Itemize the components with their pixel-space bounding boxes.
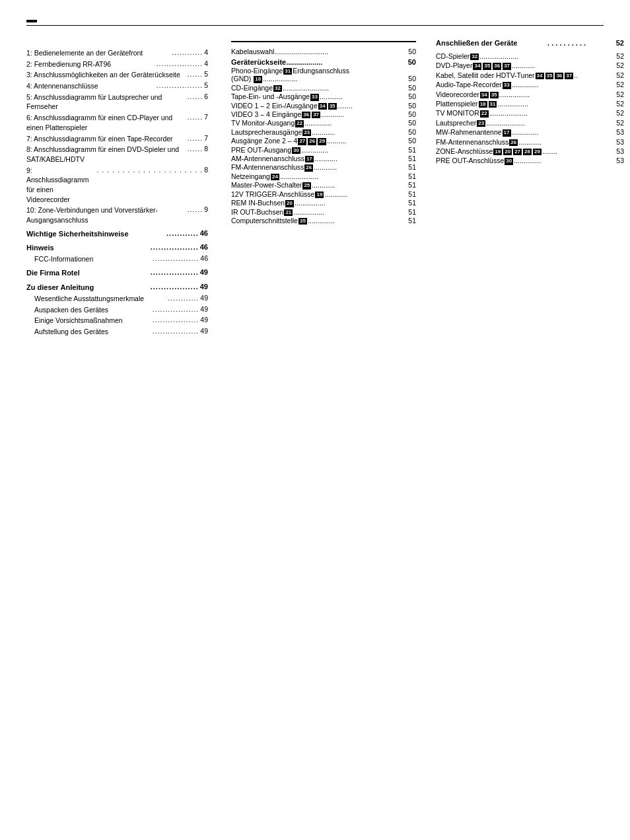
toc-page: 49 — [200, 327, 208, 335]
toc-page: 49 — [200, 305, 208, 313]
badge-32: 32 — [470, 53, 479, 60]
badge-28: 28 — [523, 149, 532, 155]
toc-page: 49 — [200, 294, 208, 302]
toc-page: 49 — [200, 283, 208, 291]
anschluss-page: 50 — [408, 119, 416, 127]
geraete-entry: TV MONITOR 22 .................... 52 — [436, 109, 624, 117]
toc-entry: Zu dieser Anleitung..................49 — [26, 283, 208, 293]
toc-entry: Aufstellung des Gerätes.................… — [26, 327, 208, 337]
toc-entry: Auspacken des Gerätes..................4… — [26, 305, 208, 315]
toc-label: 5: Anschlussdiagramm für Lautsprecher un… — [26, 92, 186, 112]
geraete-label: Audio-Tape-Recorder — [436, 81, 502, 88]
badge-21: 21 — [284, 209, 293, 216]
anschluss-page: 51 — [408, 146, 416, 154]
geraete-page: 52 — [616, 81, 624, 88]
geraete-label: TV MONITOR — [436, 109, 479, 117]
toc-dots: ............ — [168, 294, 199, 302]
badge-19: 19 — [315, 192, 324, 198]
anschluss-entry: Computerschnittstelle 35 .............. … — [231, 217, 416, 225]
anschluss-label: Netzeingang — [231, 172, 270, 180]
toc-label: 9: Anschlussdiagramm für einen Videoreco… — [26, 166, 96, 205]
anschluss-entry: IR OUT-Buchsen 21 ................ 51 — [231, 208, 416, 216]
geraete-entry: ZONE-Anschlüsse 1920272829 ........ 53 — [436, 147, 624, 155]
toc-label: Auspacken des Gerätes — [34, 305, 151, 315]
geraete-label: Plattenspieler — [436, 100, 478, 108]
badge-17: 17 — [305, 156, 314, 162]
toc-page: 5 — [204, 81, 208, 89]
badge-35: 35 — [490, 92, 499, 98]
anschluss-page: 50 — [408, 102, 416, 110]
anschluss-entry: Phono-Eingänge 31 Erdungsanschluss(GND) … — [231, 67, 416, 83]
badge-17: 17 — [503, 129, 511, 136]
toc-page: 46 — [200, 243, 208, 251]
anschluss-entry: Geräterückseite .................. 50 — [231, 58, 416, 66]
badge-29: 29 — [533, 149, 542, 155]
geraete-label: CD-Spieler — [436, 52, 470, 60]
anschluss-label: Master-Power-Schalter — [231, 181, 302, 189]
toc-dots: ...... — [188, 134, 203, 142]
anschluss-label: AM-Antennenanschluss — [231, 155, 304, 162]
geraete-page: 53 — [616, 147, 624, 155]
anschluss-label: PRE OUT-Ausgang — [231, 146, 291, 154]
toc-dots: .................. — [157, 81, 203, 89]
anschluss-label: REM IN-Buchsen — [231, 199, 285, 207]
toc-entry: 1: Bedienelemente an der Gerätefront....… — [26, 48, 208, 58]
toc-page: 46 — [200, 229, 208, 237]
anschluss-entry: PRE OUT-Ausgang 30 .............. 51 — [231, 146, 416, 154]
badge-34: 34 — [480, 92, 489, 98]
anschluss-page: 50 — [408, 84, 416, 92]
toc-dots: .................. — [153, 327, 199, 335]
badge-26: 26 — [304, 164, 313, 171]
anschluss-label: Phono-Eingänge — [231, 67, 283, 75]
badge-26: 26 — [308, 138, 316, 145]
toc-entry: 4: Antennenanschlüsse..................5 — [26, 81, 208, 91]
geraete-entry: CD-Spieler 32 .................... 52 — [436, 52, 624, 60]
toc-page: 8 — [204, 166, 208, 174]
geraete-entry: Plattenspieler 1831 ................ 52 — [436, 100, 624, 108]
anschluss-entry: Master-Power-Schalter 25 ............ 51 — [231, 181, 416, 189]
badge-34: 34 — [536, 73, 544, 79]
anschluss-entry: TV Monitor-Ausgang 22 .............. 50 — [231, 119, 416, 127]
toc-entry: 8: Anschlussdiagramm für einen DVD-Spiel… — [26, 145, 208, 164]
toc-page: 5 — [204, 70, 208, 78]
anschluss-label: Ausgänge Zone 2 – 4 — [231, 137, 297, 145]
geraete-page: 52 — [616, 61, 624, 69]
toc-page: 4 — [204, 48, 208, 56]
badge-35: 35 — [328, 103, 337, 110]
anschluss-extra: Erdungsanschluss — [293, 67, 349, 75]
toc-label: Die Firma Rotel — [26, 268, 149, 278]
geraete-column: Anschließen der Geräte. . . . . . . . . … — [436, 39, 624, 166]
toc-entry: 7: Anschlussdiagramm für einen Tape-Reco… — [26, 134, 208, 144]
toc-dots: ...... — [188, 113, 203, 121]
geraete-header: Anschließen der Geräte. . . . . . . . . … — [436, 39, 624, 47]
toc-label: 6: Anschlussdiagramm für einen CD-Player… — [26, 113, 186, 132]
geraete-entry: MW-Rahmenantenne 17 .............. 53 — [436, 128, 624, 136]
geraete-label: FM-Antennenanschluss — [436, 138, 508, 146]
anschluss-label: VIDEO 1 – 2 Ein-/Ausgänge — [231, 102, 318, 110]
badge-31: 31 — [489, 101, 497, 108]
toc-entry: FCC-Informationen..................46 — [26, 254, 208, 264]
header-bar — [26, 20, 604, 26]
badge-30: 30 — [505, 158, 513, 164]
anschluss-entry: FM-Antennenanschluss 26 ............ 51 — [231, 163, 416, 171]
toc-dots: .................. — [157, 59, 203, 67]
toc-entry: 6: Anschlussdiagramm für einen CD-Player… — [26, 113, 208, 132]
anschluss-entry: 12V TRIGGER-Anschlüsse 19 ............ 5… — [231, 190, 416, 198]
geraete-label: Videorecorder — [436, 90, 479, 98]
anschluss-entry: Netzeingang 24 .................... 51 — [231, 172, 416, 180]
badge-24: 24 — [271, 174, 279, 180]
geraete-label: Lautsprecher — [436, 119, 476, 127]
badge-26: 26 — [509, 139, 518, 146]
badge-35: 35 — [298, 218, 307, 225]
toc-label: 2: Fernbedienung RR-AT96 — [26, 59, 155, 69]
toc-label: Wesentliche Ausstattungsmerkmale — [34, 294, 166, 304]
toc-dots: ...... — [188, 145, 203, 153]
badge-29: 29 — [318, 138, 326, 145]
anschluss-page: 50 — [408, 58, 416, 66]
anschluss-entry: VIDEO 3 – 4 Eingänge 3637 ............ 5… — [231, 110, 416, 118]
badge-22: 22 — [480, 110, 489, 117]
badge-37: 37 — [565, 73, 573, 79]
anschluss-entry: VIDEO 1 – 2 Ein-/Ausgänge 3435 ........ … — [231, 102, 416, 110]
anschluss-page: 51 — [408, 163, 416, 171]
toc-dots: .................. — [153, 254, 199, 262]
